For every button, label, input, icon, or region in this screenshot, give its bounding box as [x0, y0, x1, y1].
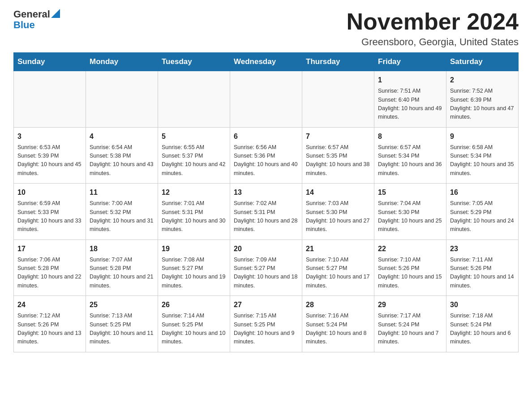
day-info: Sunrise: 7:05 AMSunset: 5:29 PMDaylight:… [450, 199, 515, 234]
calendar-cell [158, 71, 230, 128]
calendar-cell [86, 71, 158, 128]
day-number: 26 [162, 300, 226, 310]
day-number: 21 [306, 244, 370, 254]
day-info: Sunrise: 7:06 AMSunset: 5:28 PMDaylight:… [17, 256, 82, 291]
day-number: 5 [162, 131, 226, 142]
day-number: 7 [306, 131, 370, 142]
logo-blue-text: Blue [13, 20, 35, 30]
day-info: Sunrise: 6:57 AMSunset: 5:35 PMDaylight:… [306, 143, 370, 178]
day-info: Sunrise: 7:03 AMSunset: 5:30 PMDaylight:… [306, 199, 370, 234]
day-info: Sunrise: 7:10 AMSunset: 5:27 PMDaylight:… [306, 256, 370, 291]
day-number: 20 [234, 244, 298, 254]
day-info: Sunrise: 7:10 AMSunset: 5:26 PMDaylight:… [378, 256, 442, 291]
calendar-cell: 8Sunrise: 6:57 AMSunset: 5:34 PMDaylight… [374, 127, 446, 184]
calendar-week-row: 1Sunrise: 7:51 AMSunset: 6:40 PMDaylight… [14, 71, 519, 128]
day-number: 25 [90, 300, 154, 310]
day-number: 4 [90, 131, 154, 142]
day-info: Sunrise: 6:57 AMSunset: 5:34 PMDaylight:… [378, 143, 442, 178]
calendar-cell: 10Sunrise: 6:59 AMSunset: 5:33 PMDayligh… [14, 184, 86, 240]
day-number: 27 [234, 300, 298, 310]
calendar-cell: 29Sunrise: 7:17 AMSunset: 5:24 PMDayligh… [374, 296, 446, 352]
calendar-cell: 19Sunrise: 7:08 AMSunset: 5:27 PMDayligh… [158, 240, 230, 296]
day-info: Sunrise: 7:15 AMSunset: 5:25 PMDaylight:… [234, 312, 298, 347]
day-number: 10 [17, 187, 82, 198]
day-number: 19 [162, 244, 226, 254]
day-number: 16 [450, 187, 515, 198]
calendar-cell: 16Sunrise: 7:05 AMSunset: 5:29 PMDayligh… [446, 184, 519, 240]
day-number: 6 [234, 131, 298, 142]
day-info: Sunrise: 6:56 AMSunset: 5:36 PMDaylight:… [234, 143, 298, 178]
calendar-cell: 12Sunrise: 7:01 AMSunset: 5:31 PMDayligh… [158, 184, 230, 240]
calendar-cell: 9Sunrise: 6:58 AMSunset: 5:34 PMDaylight… [446, 127, 519, 184]
header-wednesday: Wednesday [230, 53, 302, 71]
day-info: Sunrise: 7:18 AMSunset: 5:24 PMDaylight:… [450, 312, 515, 347]
calendar-cell: 4Sunrise: 6:54 AMSunset: 5:38 PMDaylight… [86, 127, 158, 184]
calendar-cell: 14Sunrise: 7:03 AMSunset: 5:30 PMDayligh… [302, 184, 374, 240]
day-number: 1 [378, 75, 442, 86]
calendar-cell: 5Sunrise: 6:55 AMSunset: 5:37 PMDaylight… [158, 127, 230, 184]
day-info: Sunrise: 7:13 AMSunset: 5:25 PMDaylight:… [90, 312, 154, 347]
calendar-cell: 17Sunrise: 7:06 AMSunset: 5:28 PMDayligh… [14, 240, 86, 296]
calendar-cell: 25Sunrise: 7:13 AMSunset: 5:25 PMDayligh… [86, 296, 158, 352]
logo-triangle-icon [51, 9, 60, 18]
day-number: 17 [17, 244, 82, 254]
day-number: 28 [306, 300, 370, 310]
calendar-cell: 18Sunrise: 7:07 AMSunset: 5:28 PMDayligh… [86, 240, 158, 296]
svg-marker-0 [51, 9, 60, 18]
logo-icon: General [13, 9, 60, 20]
calendar-cell: 24Sunrise: 7:12 AMSunset: 5:26 PMDayligh… [14, 296, 86, 352]
calendar-week-row: 3Sunrise: 6:53 AMSunset: 5:39 PMDaylight… [14, 127, 519, 184]
calendar-cell: 3Sunrise: 6:53 AMSunset: 5:39 PMDaylight… [14, 127, 86, 184]
logo-general-text: General [13, 9, 50, 20]
header-friday: Friday [374, 53, 446, 71]
day-info: Sunrise: 7:11 AMSunset: 5:26 PMDaylight:… [450, 256, 515, 291]
calendar-cell [230, 71, 302, 128]
calendar-week-row: 24Sunrise: 7:12 AMSunset: 5:26 PMDayligh… [14, 296, 519, 352]
calendar-header: Sunday Monday Tuesday Wednesday Thursday… [14, 53, 519, 71]
day-info: Sunrise: 6:53 AMSunset: 5:39 PMDaylight:… [17, 143, 82, 178]
calendar-cell: 11Sunrise: 7:00 AMSunset: 5:32 PMDayligh… [86, 184, 158, 240]
day-info: Sunrise: 6:55 AMSunset: 5:37 PMDaylight:… [162, 143, 226, 178]
calendar-cell: 26Sunrise: 7:14 AMSunset: 5:25 PMDayligh… [158, 296, 230, 352]
title-section: November 2024 Greensboro, Georgia, Unite… [347, 9, 519, 48]
header-row: Sunday Monday Tuesday Wednesday Thursday… [14, 53, 519, 71]
day-number: 15 [378, 187, 442, 198]
day-info: Sunrise: 7:16 AMSunset: 5:24 PMDaylight:… [306, 312, 370, 347]
day-number: 3 [17, 131, 82, 142]
day-info: Sunrise: 7:07 AMSunset: 5:28 PMDaylight:… [90, 256, 154, 291]
calendar-cell: 13Sunrise: 7:02 AMSunset: 5:31 PMDayligh… [230, 184, 302, 240]
calendar-cell [14, 71, 86, 128]
header-tuesday: Tuesday [158, 53, 230, 71]
calendar-table: Sunday Monday Tuesday Wednesday Thursday… [13, 52, 519, 352]
day-number: 29 [378, 300, 442, 310]
day-info: Sunrise: 7:09 AMSunset: 5:27 PMDaylight:… [234, 256, 298, 291]
day-info: Sunrise: 7:12 AMSunset: 5:26 PMDaylight:… [17, 312, 82, 347]
calendar-cell: 27Sunrise: 7:15 AMSunset: 5:25 PMDayligh… [230, 296, 302, 352]
calendar-cell: 28Sunrise: 7:16 AMSunset: 5:24 PMDayligh… [302, 296, 374, 352]
header-thursday: Thursday [302, 53, 374, 71]
header-monday: Monday [86, 53, 158, 71]
day-info: Sunrise: 7:14 AMSunset: 5:25 PMDaylight:… [162, 312, 226, 347]
calendar-week-row: 17Sunrise: 7:06 AMSunset: 5:28 PMDayligh… [14, 240, 519, 296]
day-number: 11 [90, 187, 154, 198]
header-sunday: Sunday [14, 53, 86, 71]
calendar-cell: 23Sunrise: 7:11 AMSunset: 5:26 PMDayligh… [446, 240, 519, 296]
calendar-cell: 21Sunrise: 7:10 AMSunset: 5:27 PMDayligh… [302, 240, 374, 296]
day-number: 23 [450, 244, 515, 254]
day-info: Sunrise: 7:52 AMSunset: 6:39 PMDaylight:… [450, 87, 515, 122]
day-info: Sunrise: 7:17 AMSunset: 5:24 PMDaylight:… [378, 312, 442, 347]
calendar-cell: 30Sunrise: 7:18 AMSunset: 5:24 PMDayligh… [446, 296, 519, 352]
calendar-cell: 15Sunrise: 7:04 AMSunset: 5:30 PMDayligh… [374, 184, 446, 240]
calendar-cell: 1Sunrise: 7:51 AMSunset: 6:40 PMDaylight… [374, 71, 446, 128]
header-saturday: Saturday [446, 53, 519, 71]
day-number: 2 [450, 75, 515, 86]
calendar-cell: 22Sunrise: 7:10 AMSunset: 5:26 PMDayligh… [374, 240, 446, 296]
calendar-cell [302, 71, 374, 128]
calendar-cell: 6Sunrise: 6:56 AMSunset: 5:36 PMDaylight… [230, 127, 302, 184]
calendar-week-row: 10Sunrise: 6:59 AMSunset: 5:33 PMDayligh… [14, 184, 519, 240]
day-number: 9 [450, 131, 515, 142]
day-info: Sunrise: 7:00 AMSunset: 5:32 PMDaylight:… [90, 199, 154, 234]
day-number: 24 [17, 300, 82, 310]
calendar-cell: 20Sunrise: 7:09 AMSunset: 5:27 PMDayligh… [230, 240, 302, 296]
day-info: Sunrise: 7:04 AMSunset: 5:30 PMDaylight:… [378, 199, 442, 234]
